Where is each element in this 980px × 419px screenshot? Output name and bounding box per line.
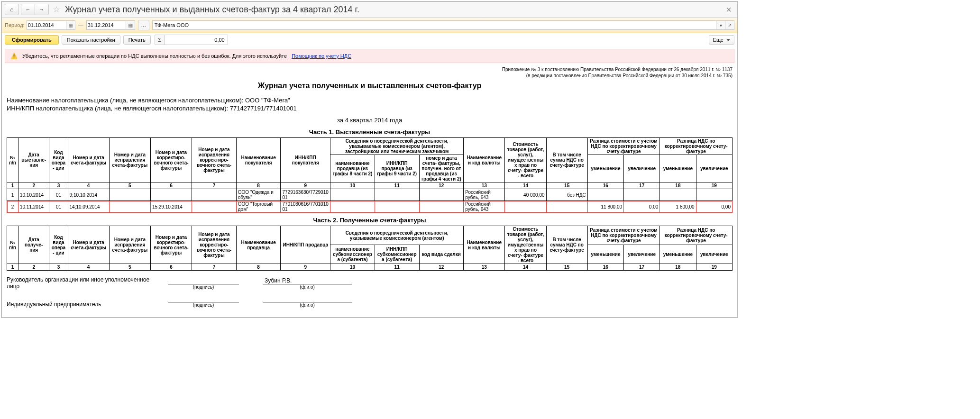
calendar-icon[interactable]: ▦ [126, 20, 135, 30]
calendar-icon[interactable]: ▦ [66, 20, 75, 30]
part2-table: № п/п Дата получе- ния Код вида опера- ц… [7, 226, 733, 271]
h-inc2: увеличение [696, 155, 732, 182]
period-select-button[interactable]: … [138, 20, 149, 30]
more-label: Еще [713, 37, 724, 43]
h-posr-c: номер и дата счета- фактуры, получен- но… [419, 155, 464, 182]
col-number-row: 12345678910111213141516171819 [7, 182, 733, 189]
report-area: Приложение № 3 к постановлению Правитель… [2, 65, 737, 317]
sigma-icon[interactable]: Σ [155, 35, 165, 45]
sig-under-fio: (ф.и.о) [300, 284, 315, 290]
date-from-input[interactable]: 01.10.2014 [27, 20, 66, 30]
cell: 15;29.10.2014 [150, 201, 192, 213]
h-diffcost: Разница стоимости с учетом НДС по коррек… [587, 138, 660, 155]
form-button[interactable]: Сформировать [5, 35, 59, 45]
h-inc1: увеличение [624, 155, 660, 182]
h-innkpp: ИНН/КПП покупателя [281, 138, 330, 182]
cell: Российский рубль, 643 [464, 189, 505, 201]
nav-buttons: ← → [21, 4, 49, 15]
h-diffnds: Разница НДС по корректировочному счету-ф… [660, 138, 733, 155]
cell: 1 800,00 [660, 201, 696, 213]
sig-line [168, 279, 239, 284]
table-row[interactable]: 110.10.2014019;10.10.2014ООО "Одежда и о… [7, 189, 733, 201]
organization-input[interactable]: ТФ-Мега ООО [152, 20, 716, 30]
date-to-input[interactable]: 31.12.2014 [86, 20, 126, 30]
star-icon[interactable]: ☆ [51, 4, 62, 15]
table-row[interactable]: 210.11.20140114;10.09.201415;29.10.2014О… [7, 201, 733, 213]
regulation-text: Приложение № 3 к постановлению Правитель… [7, 67, 733, 79]
cell: 2 [7, 201, 18, 213]
cell [419, 189, 464, 201]
cell [660, 189, 696, 201]
h-posr: Сведения о посреднической деятельности, … [330, 138, 464, 155]
cell: 40 000,00 [505, 189, 546, 201]
cell: 01 [49, 201, 68, 213]
cell: 11 800,00 [587, 201, 623, 213]
reg-line-2: (в редакции постановления Правительства … [7, 73, 733, 79]
show-settings-button[interactable]: Показать настройки [62, 35, 120, 45]
sig-ip-label: Индивидуальный предприниматель [7, 301, 163, 308]
h-numdate: Номер и дата счета-фактуры [68, 138, 109, 182]
sig-ip-name [263, 295, 352, 302]
cell: ООО "Одежда и обувь" [236, 189, 281, 201]
h-buyer: Наименование покупателя [236, 138, 281, 182]
h-korr: Номер и дата корректиро- вочного счета-ф… [150, 138, 192, 182]
sig-under: (подпись) [193, 302, 214, 308]
part1-title: Часть 1. Выставленные счета-фактуры [7, 128, 733, 136]
sig-line [168, 297, 239, 302]
cell: 9;10.10.2014 [68, 189, 109, 201]
more-button[interactable]: Еще [709, 35, 734, 45]
cell [696, 189, 732, 201]
home-button[interactable]: ⌂ [5, 4, 19, 15]
report-title: Журнал учета полученных и выставленных с… [7, 82, 733, 90]
cell: 01 [49, 189, 68, 201]
cell [109, 189, 150, 201]
sig-head-name: Зубин Р.В. [263, 277, 352, 284]
warning-icon: ⚠️ [10, 52, 18, 60]
sum-value[interactable]: 0,00 [165, 35, 228, 45]
dropdown-icon[interactable]: ▾ [716, 20, 725, 30]
cell [192, 189, 237, 201]
warning-note: ⚠️ Убедитесь, что регламентные операции … [5, 49, 734, 63]
h-code: Код вида опера- ции [49, 138, 68, 182]
sig-under-fio: (ф.и.о) [300, 302, 315, 308]
cell: 7701030616/770101001 [281, 201, 330, 213]
forward-button[interactable]: → [35, 4, 48, 15]
h-nds: В том числе сумма НДС по счету-фактуре [546, 138, 587, 182]
sig-head-label: Руководитель организации или иное уполно… [7, 276, 163, 290]
print-button[interactable]: Печать [123, 35, 151, 45]
cell: 14;10.09.2014 [68, 201, 109, 213]
cell [330, 189, 375, 201]
cell: без НДС [546, 189, 587, 201]
h-dec1: уменьшение [587, 155, 623, 182]
taxpayer-name: Наименование налогоплательщика (лица, не… [7, 97, 733, 104]
note-link[interactable]: Помощник по учету НДС [292, 53, 351, 59]
cell [150, 189, 192, 201]
h-isprkorr: Номер и дата исправления корректиро- воч… [192, 138, 237, 182]
cell [375, 189, 419, 201]
cell: 7729163630/772901001 [281, 189, 330, 201]
sig-under: (подпись) [193, 284, 214, 290]
reg-line-1: Приложение № 3 к постановлению Правитель… [7, 67, 733, 73]
part2-title: Часть 2. Полученные счета-фактуры [7, 217, 733, 224]
h-dec2: уменьшение [660, 155, 696, 182]
h-posr-b: ИНН/КПП продавца (из графы 9 части 2) [375, 155, 419, 182]
note-text: Убедитесь, что регламентные операции по … [22, 53, 287, 59]
h-cost: Стоимость товаров (работ, услуг), имущес… [505, 138, 546, 182]
h-posr-a: наименование продавца (из графы 8 части … [330, 155, 375, 182]
cell [192, 201, 237, 213]
open-icon[interactable]: ↗ [725, 20, 734, 30]
period-line: за 4 квартал 2014 года [7, 117, 733, 124]
page-title: Журнал учета полученных и выданных счето… [65, 5, 723, 15]
h-currency: Наименование и код валюты [464, 138, 505, 182]
chevron-down-icon [726, 39, 730, 41]
part1-table: № п/п Дата выставле- ния Код вида опера-… [7, 137, 733, 213]
titlebar: ⌂ ← → ☆ Журнал учета полученных и выданн… [2, 2, 737, 18]
cell [546, 201, 587, 213]
cell [419, 201, 464, 213]
cell [330, 201, 375, 213]
back-button[interactable]: ← [21, 4, 35, 15]
close-button[interactable]: × [723, 4, 734, 15]
period-label: Период: [5, 22, 25, 28]
cell [505, 201, 546, 213]
org-input-controls: ▾ ↗ [716, 20, 734, 30]
